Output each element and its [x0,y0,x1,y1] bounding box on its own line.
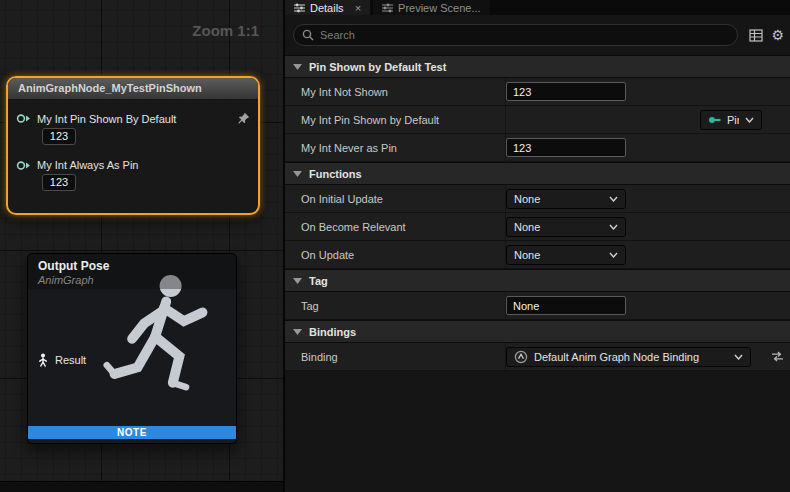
pin-label: My Int Always As Pin [37,159,250,171]
search-input[interactable] [320,29,729,41]
display-filter-icon[interactable] [749,29,763,42]
chevron-down-icon [609,196,618,202]
property-row: Binding Default Anim Graph Node Binding [285,343,790,371]
property-row: On Become Relevant None [285,213,790,241]
section-header-tag[interactable]: Tag [285,269,790,292]
details-tab-icon [294,3,305,13]
chevron-down-icon [609,224,618,230]
chevron-down-icon [734,354,743,360]
chevron-down-icon [745,117,754,123]
unreal-editor-window: Zoom 1:1 AnimGraphNode_MyTestPinShown My… [0,0,790,492]
on-initial-update-dropdown[interactable]: None [506,189,626,209]
search-row: ⚙ [285,15,790,55]
section-header-bindings[interactable]: Bindings [285,320,790,343]
property-label: Binding [285,343,505,370]
bottom-panel-edge [0,481,283,492]
pin-row: My Int Pin Shown By Default [16,112,250,125]
dropdown-value: None [514,193,603,205]
anim-graph-canvas[interactable]: Zoom 1:1 AnimGraphNode_MyTestPinShown My… [0,0,283,492]
node-title: Output Pose [38,259,226,273]
pin-value-field[interactable]: 123 [42,174,76,191]
tab-details[interactable]: Details × [285,0,370,15]
pin-value-field[interactable]: 123 [42,128,76,145]
anim-graph-node-selected[interactable]: AnimGraphNode_MyTestPinShown My Int Pin … [6,76,260,215]
section-title: Functions [309,168,362,180]
pin-icon [708,115,721,125]
property-label: My Int Not Shown [285,78,505,105]
section-header-pin-shown-test[interactable]: Pin Shown by Default Test [285,55,790,78]
section-title: Tag [309,275,328,287]
swap-arrows-icon[interactable] [771,351,784,362]
tab-bar: Details × Preview Scene... [285,0,790,15]
binding-icon [514,350,528,364]
result-pin-row: Result [37,353,86,367]
preview-scene-tab-icon [382,3,393,13]
property-row: Tag [285,292,790,320]
note-badge[interactable]: NOTE [28,426,236,439]
property-label: My Int Never as Pin [285,134,505,161]
pin-row: My Int Always As Pin [16,159,250,171]
node-header[interactable]: Output Pose AnimGraph [28,254,236,289]
chevron-down-icon [293,171,302,177]
property-label: On Initial Update [285,185,505,212]
details-toolbar-icons: ⚙ [749,25,784,45]
details-panel: Details × Preview Scene... [283,0,790,492]
gear-icon[interactable]: ⚙ [771,25,784,45]
pin-label: My Int Pin Shown By Default [37,113,231,125]
property-row: On Update None [285,241,790,269]
pose-pin-icon[interactable] [37,353,49,367]
dropdown-value: None [514,221,603,233]
my-int-never-as-pin-field[interactable] [506,138,626,157]
property-row: My Int Not Shown [285,78,790,106]
search-icon [302,29,314,41]
on-become-relevant-dropdown[interactable]: None [506,217,626,237]
details-empty-area [285,371,790,491]
dropdown-value: None [514,249,603,261]
section-title: Bindings [309,326,356,338]
chevron-down-icon [609,252,618,258]
chevron-down-icon [293,64,302,70]
dropdown-value: Default Anim Graph Node Binding [534,351,728,363]
tab-label: Details [310,2,344,14]
int-pin-icon[interactable] [16,160,31,171]
close-icon[interactable]: × [355,2,361,14]
dropdown-value: Pin [727,114,739,126]
chevron-down-icon [293,278,302,284]
tab-label: Preview Scene... [398,2,481,14]
section-header-functions[interactable]: Functions [285,162,790,185]
my-int-not-shown-field[interactable] [506,82,626,101]
on-update-dropdown[interactable]: None [506,245,626,265]
property-label: On Update [285,241,505,268]
int-pin-icon[interactable] [16,113,31,124]
result-pin-label: Result [55,354,86,366]
property-row: My Int Never as Pin [285,134,790,162]
property-row: On Initial Update None [285,185,790,213]
pin-visibility-dropdown[interactable]: Pin [700,110,762,130]
zoom-level-indicator: Zoom 1:1 [192,22,259,39]
property-row: My Int Pin Shown by Default Pin [285,106,790,134]
pushpin-icon[interactable] [237,112,250,125]
section-title: Pin Shown by Default Test [309,61,446,73]
tab-preview-scene[interactable]: Preview Scene... [373,0,490,15]
property-label: On Become Relevant [285,213,505,240]
node-body: My Int Pin Shown By Default 123 My Int A… [8,100,258,213]
node-header[interactable]: AnimGraphNode_MyTestPinShown [8,78,258,100]
node-subtitle: AnimGraph [38,274,226,286]
property-label: Tag [285,292,505,319]
tag-field[interactable] [506,296,626,315]
output-pose-node[interactable]: Output Pose AnimGraph Result NOTE [27,253,237,444]
chevron-down-icon [293,329,302,335]
binding-dropdown[interactable]: Default Anim Graph Node Binding [506,347,751,367]
search-box[interactable] [293,24,738,46]
property-label: My Int Pin Shown by Default [285,106,505,133]
node-title: AnimGraphNode_MyTestPinShown [18,82,248,94]
